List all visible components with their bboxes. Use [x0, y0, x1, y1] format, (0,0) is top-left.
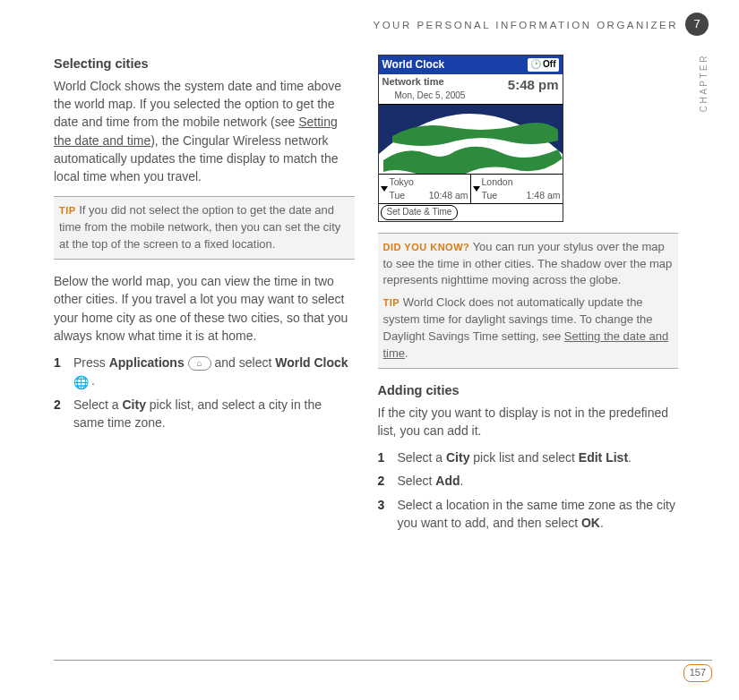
- running-head: YOUR PERSONAL INFORMATION ORGANIZER: [54, 18, 678, 33]
- heading-selecting-cities: Selecting cities: [54, 55, 355, 73]
- right-column: World Clock 🕑Off Network time Mon, Dec 5…: [378, 55, 679, 538]
- steps-adding: 1 Select a City pick list and select Edi…: [378, 448, 679, 532]
- para-adding: If the city you want to display is not i…: [378, 404, 679, 440]
- list-item: 3 Select a location in the same time zon…: [378, 496, 679, 533]
- page-footer: 157: [54, 660, 712, 682]
- device-world-map: [379, 105, 563, 174]
- para-selecting-2: Below the world map, you can view the ti…: [54, 272, 355, 345]
- device-network-label: Network time: [382, 75, 466, 90]
- tip-box-2: DID YOU KNOW? You can run your stylus ov…: [378, 233, 679, 369]
- chevron-down-icon: [473, 186, 480, 192]
- applications-icon: ⌂: [188, 356, 211, 371]
- heading-adding-cities: Adding cities: [378, 381, 679, 400]
- list-item: 1 Select a City pick list and select Edi…: [378, 448, 679, 466]
- device-set-date-button: Set Date & Time: [381, 205, 459, 220]
- step-text: Select a City pick list, and select a ci…: [73, 396, 355, 432]
- device-time: 5:48 pm: [508, 75, 559, 102]
- list-item: 2 Select Add.: [378, 472, 679, 490]
- step-number: 3: [378, 496, 398, 533]
- tip-text: If you did not select the option to get …: [59, 203, 340, 251]
- page-number: 157: [683, 664, 712, 682]
- device-title: World Clock: [382, 57, 445, 73]
- device-date: Mon, Dec 5, 2005: [382, 90, 466, 103]
- device-city-2: London Tue1:48 am: [470, 174, 563, 203]
- step-number: 1: [54, 354, 73, 390]
- para-selecting-1: World Clock shows the system date and ti…: [54, 77, 355, 186]
- chapter-badge: 7: [685, 13, 709, 36]
- step-text: Select Add.: [398, 472, 679, 490]
- did-you-know-label: DID YOU KNOW?: [383, 242, 470, 252]
- step-number: 1: [378, 448, 398, 466]
- list-item: 2 Select a City pick list, and select a …: [54, 396, 355, 432]
- world-clock-screenshot: World Clock 🕑Off Network time Mon, Dec 5…: [378, 55, 563, 222]
- list-item: 1 Press Applications ⌂ and select World …: [54, 354, 355, 390]
- left-column: Selecting cities World Clock shows the s…: [54, 55, 355, 538]
- tip-label: TIP: [59, 205, 76, 216]
- step-text: Press Applications ⌂ and select World Cl…: [73, 354, 355, 390]
- tip-label: TIP: [383, 297, 400, 308]
- chapter-side-label: CHAPTER: [698, 54, 711, 112]
- page: YOUR PERSONAL INFORMATION ORGANIZER 7 CH…: [0, 0, 739, 700]
- steps-selecting: 1 Press Applications ⌂ and select World …: [54, 354, 355, 431]
- chevron-down-icon: [381, 186, 388, 192]
- world-clock-icon: 🌐: [73, 375, 88, 389]
- step-number: 2: [54, 396, 73, 432]
- step-text: Select a location in the same time zone …: [398, 496, 679, 533]
- step-number: 2: [378, 472, 398, 490]
- step-text: Select a City pick list and select Edit …: [398, 448, 679, 466]
- tip-box-1: TIP If you did not select the option to …: [54, 196, 355, 260]
- tip-text: World Clock does not automatically updat…: [383, 295, 669, 360]
- device-alarm-toggle: 🕑Off: [528, 58, 558, 72]
- device-city-1: Tokyo Tue10:48 am: [379, 174, 470, 203]
